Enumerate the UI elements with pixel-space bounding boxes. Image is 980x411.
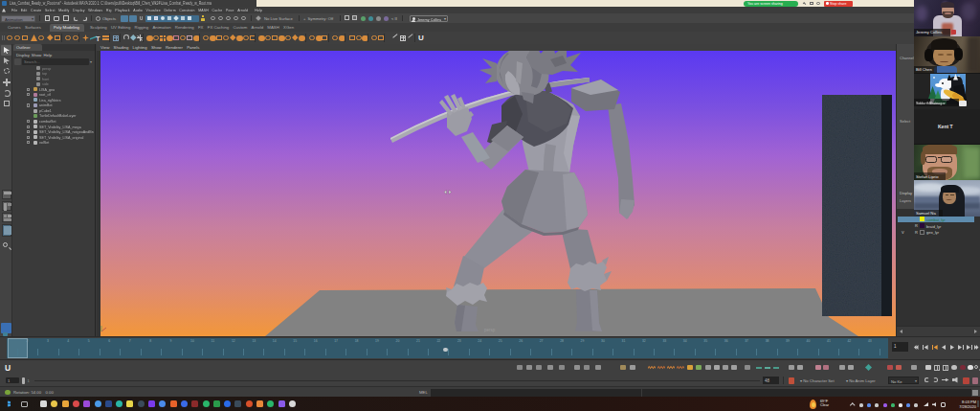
- svg-text:persp: persp: [484, 328, 496, 332]
